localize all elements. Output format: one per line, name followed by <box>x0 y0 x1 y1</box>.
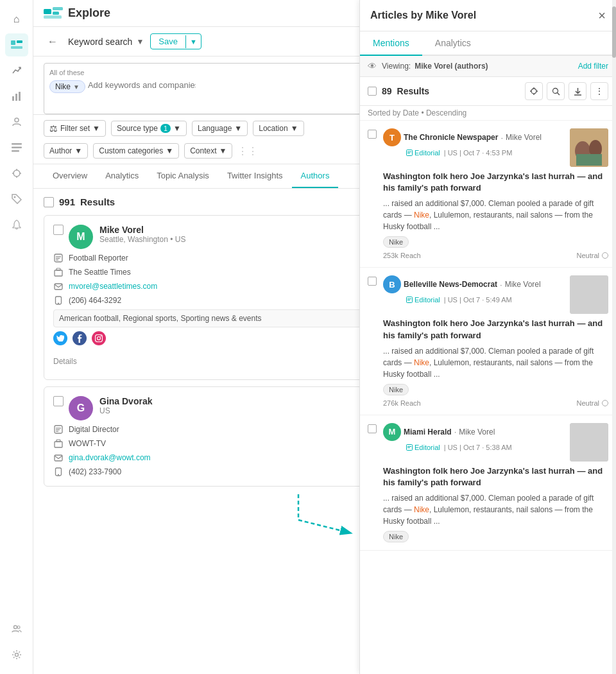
article-snippet-3: ... raised an additional $7,000. Cleman … <box>383 492 608 527</box>
panel-action-icons: ⋮ <box>525 82 608 100</box>
people-icon[interactable] <box>5 110 28 134</box>
analytics-nav-icon[interactable] <box>5 59 28 82</box>
select-all-checkbox[interactable] <box>44 197 54 207</box>
article-type-1: Editorial <box>406 149 440 157</box>
panel-scrollbar-thumb[interactable] <box>612 6 616 58</box>
app-logo-icon <box>44 7 63 20</box>
svg-rect-32 <box>96 335 103 342</box>
instagram-icon[interactable] <box>92 331 106 345</box>
panel-header: Articles by Mike Vorel × <box>360 0 616 31</box>
tag-icon[interactable] <box>5 187 28 211</box>
phone-icon <box>53 295 64 306</box>
tag-dropdown-icon[interactable]: ▼ <box>73 83 80 91</box>
svg-rect-41 <box>55 455 62 461</box>
author-button[interactable]: Author ▼ <box>44 143 88 159</box>
add-filter-button[interactable]: Add filter <box>578 62 608 71</box>
nike-tag[interactable]: Nike ▼ <box>49 80 85 93</box>
details-link-mike[interactable]: Details <box>53 357 77 366</box>
search-type-button[interactable]: Keyword search ▼ <box>68 37 144 47</box>
viewing-value: Mike Vorel (authors) <box>415 62 488 71</box>
article-author-1: Mike Vorel <box>506 133 542 142</box>
svg-rect-22 <box>44 15 62 19</box>
article-checkbox-2[interactable] <box>368 277 377 286</box>
source-avatar-3: M <box>383 423 401 441</box>
panel-close-button[interactable]: × <box>598 9 606 22</box>
article-title-2: Washington folk hero Joe Jarzynka's last… <box>383 318 608 341</box>
article-footer-2: 276k Reach Neutral <box>383 399 608 407</box>
bar-chart-icon[interactable] <box>5 85 28 108</box>
context-button[interactable]: Context ▼ <box>184 143 232 159</box>
article-tag-1: Nike <box>383 236 409 248</box>
article-meta-2: | US | Oct 7 · 5:49 AM <box>444 296 512 304</box>
team-icon[interactable] <box>5 618 28 641</box>
crosshair-filter-button[interactable] <box>525 82 543 100</box>
tab-authors[interactable]: Authors <box>292 164 339 188</box>
language-chevron: ▼ <box>234 124 242 133</box>
drag-handle[interactable]: ⋮⋮ <box>237 145 258 157</box>
article-checkbox-3[interactable] <box>368 424 377 433</box>
panel-scrollbar[interactable] <box>612 0 616 674</box>
language-button[interactable]: Language ▼ <box>192 121 248 136</box>
svg-point-10 <box>13 170 20 177</box>
tab-analytics[interactable]: Analytics <box>96 164 148 188</box>
svg-point-15 <box>13 196 15 198</box>
author-email[interactable]: mvorel@seattletimes.com <box>69 282 157 291</box>
search-type-chevron: ▼ <box>136 37 144 46</box>
gina-email-icon <box>53 453 64 463</box>
settings-icon[interactable] <box>5 643 28 666</box>
article-meta-1: | US | Oct 7 · 4:53 PM <box>444 149 513 157</box>
viewing-badge: Viewing: Mike Vorel (authors) <box>382 62 488 71</box>
title-icon <box>53 253 64 263</box>
svg-rect-5 <box>19 92 21 101</box>
article-footer-1: 253k Reach Neutral <box>383 252 608 259</box>
author-org: The Seattle Times <box>69 268 131 277</box>
keyword-input[interactable] <box>88 80 196 90</box>
author-location-gina: US <box>99 406 152 415</box>
custom-categories-chevron: ▼ <box>166 146 173 155</box>
bell-icon[interactable] <box>5 213 28 236</box>
source-avatar-1: T <box>383 128 401 146</box>
location-chevron: ▼ <box>291 124 298 133</box>
source-name-1: The Chronicle Newspaper <box>404 133 498 142</box>
more-actions-button[interactable]: ⋮ <box>590 82 608 100</box>
save-button[interactable]: Save <box>151 34 185 49</box>
panel-filter-bar: 👁 Viewing: Mike Vorel (authors) Add filt… <box>360 56 616 77</box>
location-button[interactable]: Location ▼ <box>253 121 304 136</box>
list-icon[interactable] <box>5 136 28 159</box>
search-button[interactable] <box>547 82 565 100</box>
back-button[interactable]: ← <box>44 35 62 49</box>
article-snippet-1: ... raised an additional $7,000. Cleman … <box>383 198 608 232</box>
twitter-icon[interactable] <box>53 331 67 345</box>
filter-set-button[interactable]: ⚖ Filter set ▼ <box>44 120 106 137</box>
author-checkbox-gina[interactable] <box>53 396 64 406</box>
article-tag-2: Nike <box>383 384 409 395</box>
context-chevron: ▼ <box>219 146 227 155</box>
custom-categories-button[interactable]: Custom categories ▼ <box>93 143 179 159</box>
author-checkbox-mike[interactable] <box>53 225 64 235</box>
article-snippet-2: ... raised an additional $7,000. Cleman … <box>383 345 608 380</box>
gina-org: WOWT-TV <box>69 439 106 448</box>
svg-point-16 <box>13 626 17 629</box>
svg-point-34 <box>100 336 101 337</box>
author-name-gina: Gina Dvorak <box>99 396 152 406</box>
right-panel: Articles by Mike Vorel × Mentions Analyt… <box>359 0 616 674</box>
article-author-3: Mike Vorel <box>459 428 495 436</box>
avatar-mike: M <box>69 225 93 249</box>
tab-twitter-insights[interactable]: Twitter Insights <box>218 164 292 188</box>
explore-icon[interactable] <box>5 33 28 56</box>
source-type-button[interactable]: Source type 1 ▼ <box>111 121 187 136</box>
panel-select-all[interactable] <box>368 87 377 96</box>
download-button[interactable] <box>569 82 586 100</box>
home-icon[interactable]: ⌂ <box>5 8 28 31</box>
panel-tab-analytics[interactable]: Analytics <box>422 31 484 56</box>
article-checkbox-1[interactable] <box>368 130 377 139</box>
article-sentiment-1: Neutral <box>577 252 608 259</box>
gina-email[interactable]: gina.dvorak@wowt.com <box>69 453 151 462</box>
save-dropdown-button[interactable]: ▼ <box>185 35 201 48</box>
tab-overview[interactable]: Overview <box>44 164 96 188</box>
panel-tab-mentions[interactable]: Mentions <box>360 31 422 56</box>
tab-topic-analysis[interactable]: Topic Analysis <box>148 164 218 188</box>
org-icon <box>53 267 64 277</box>
crosshair-icon[interactable] <box>5 162 28 185</box>
facebook-icon[interactable] <box>73 331 87 345</box>
